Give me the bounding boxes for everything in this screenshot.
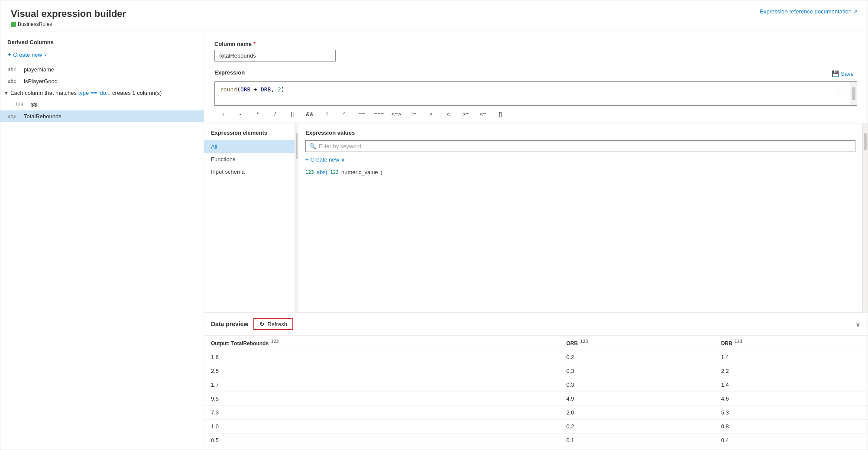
column-name-playername: playerName [24,66,54,73]
op-lt[interactable]: < [440,109,457,119]
search-icon: 🔍 [309,143,316,149]
chevron-down-icon: ∨ [44,52,47,58]
required-star: * [253,41,256,47]
table-body: 1.60.21.42.50.32.21.70.31.49.54.94.67.32… [204,350,868,447]
doc-link-text: Expression reference documentation [760,8,852,15]
op-not[interactable]: ! [318,109,336,119]
table-row: 1.60.21.4 [204,350,868,364]
table-cell: 1.7 [204,378,559,392]
table-row: 1.70.31.4 [204,378,868,392]
column-name-label: Column name * [214,41,857,47]
main-layout: Derived Columns + Create new ∨ abc playe… [0,32,868,447]
left-panel: Derived Columns + Create new ∨ abc playe… [0,32,204,447]
op-lte[interactable]: <= [474,109,492,119]
expression-area: Expression elements All Functions Input … [204,123,868,312]
table-cell: 2.2 [714,364,868,378]
pattern-label: Each column that matches [10,90,78,96]
op-or[interactable]: || [284,109,301,119]
col-type-123-1: 123 [580,339,588,344]
column-item-dollar[interactable]: 123 $$ [0,99,204,110]
pattern-text: Each column that matches type == 'do... … [10,90,162,96]
table-cell: 4.9 [559,392,714,406]
table-cell: 2.5 [204,364,559,378]
op-bracket[interactable]: [] [492,109,509,119]
page-title: Visual expression builder [11,8,126,19]
header: Visual expression builder BusinessRules … [0,0,868,32]
save-button[interactable]: 💾 Save [828,68,857,79]
table-cell: 1.4 [714,350,868,364]
subtitle: BusinessRules [11,21,126,27]
op-strict-eq[interactable]: === [370,109,388,119]
table-cell: 0.4 [714,434,868,447]
header-left: Visual expression builder BusinessRules [11,8,126,27]
table-row: 0.50.10.4 [204,434,868,447]
op-spaceship[interactable]: <=> [388,109,405,119]
refresh-button[interactable]: ↻ Refresh [253,318,293,330]
value-item-abs[interactable]: 123 abs( 123 numeric_value ) [305,167,855,177]
table-cell: 4.6 [714,392,868,406]
table-header: Output: TotalRebounds 123 ORB 123 DRB 12… [204,336,868,350]
column-item-totalrebounds[interactable]: any TotalRebounds [0,110,204,122]
column-name-totalrebounds: TotalRebounds [24,113,62,120]
expression-elements-list: All Functions Input schema [204,140,295,312]
refresh-label: Refresh [267,321,287,327]
op-and[interactable]: && [301,109,318,119]
plus-icon-values: + [305,156,309,163]
column-item-isplayergood[interactable]: abc isPlayerGood [0,75,204,87]
table-row: 7.32.05.3 [204,406,868,420]
expr-el-functions[interactable]: Functions [204,153,295,165]
expression-editor[interactable]: round(ORB + DRB, 2) .. [214,81,857,106]
op-plus[interactable]: + [214,109,232,119]
save-icon: 💾 [832,70,839,77]
type-badge-abc: abc [7,67,20,72]
derived-columns-title: Derived Columns [0,39,204,49]
val-paren-close: ) [381,169,382,175]
pattern-link[interactable]: type == 'do... [78,90,111,96]
expr-comma: , [271,86,278,93]
table-cell: 0.3 [559,378,714,392]
table-cell: 7.3 [204,406,559,420]
op-eq[interactable]: == [353,109,370,119]
collapse-button[interactable]: ∨ [855,320,861,328]
expr-op: + [250,86,260,93]
expression-elements-panel: Expression elements All Functions Input … [204,123,295,312]
create-new-values-button[interactable]: + Create new ∨ [305,156,855,163]
doc-link[interactable]: Expression reference documentation ↗ [760,8,857,15]
table-cell: 1.4 [714,378,868,392]
op-gt[interactable]: > [422,109,440,119]
op-caret[interactable]: ^ [336,109,353,119]
table-cell: 0.5 [204,434,559,447]
table-cell: 1.0 [204,420,559,434]
op-divide[interactable]: / [266,109,284,119]
type-badge-123: 123 [14,102,27,107]
op-gte[interactable]: >= [457,109,474,119]
expr-el-input-schema[interactable]: Input schema [204,165,295,178]
plus-icon: + [7,51,11,58]
op-minus[interactable]: - [232,109,249,119]
expr-paren-close: ) [281,86,285,93]
expression-elements-title: Expression elements [204,123,295,140]
column-name-input[interactable] [214,50,336,62]
val-type-123: 123 [305,169,314,175]
filter-input[interactable] [319,143,852,149]
table-cell: 0.2 [559,350,714,364]
column-item-playername[interactable]: abc playerName [0,64,204,75]
op-multiply[interactable]: * [249,109,266,119]
right-scrollbar [862,123,868,312]
expression-values-title: Expression values [305,129,855,136]
data-preview-section: Data preview ↻ Refresh ∨ Output: TotalRe… [204,312,868,447]
column-config: Column name * Expression 💾 Save round(OR… [204,32,868,123]
val-param-name: numeric_value [341,169,378,175]
refresh-icon: ↻ [259,321,265,327]
create-new-button[interactable]: + Create new ∨ [0,49,204,64]
right-panel: Column name * Expression 💾 Save round(OR… [204,32,868,447]
expr-var-drb: DRB [261,86,271,93]
table-cell: 9.5 [204,392,559,406]
expr-ellipsis: .. [837,86,844,93]
col-header-drb: DRB 123 [714,336,868,350]
expr-var-orb: ORB [240,86,250,93]
op-neq[interactable]: != [405,109,422,119]
table-row: 2.50.32.2 [204,364,868,378]
expr-el-all[interactable]: All [204,140,295,153]
data-preview-header: Data preview ↻ Refresh ∨ [204,313,868,336]
